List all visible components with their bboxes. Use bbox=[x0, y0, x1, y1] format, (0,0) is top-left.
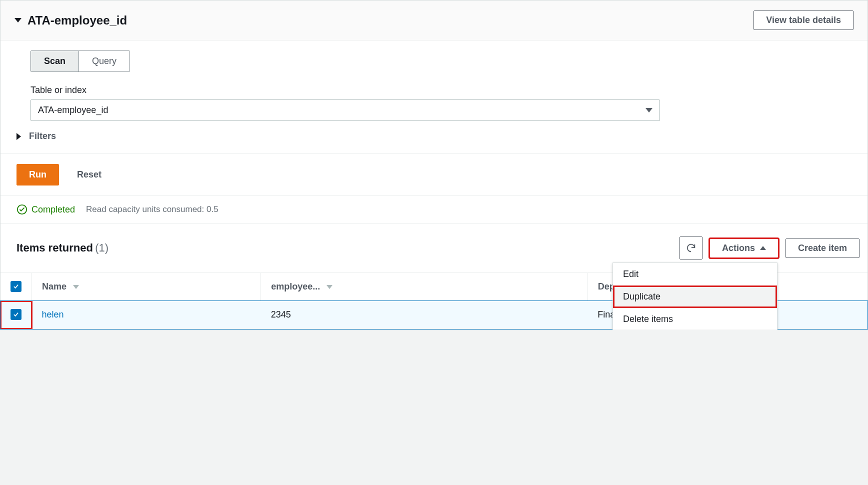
actions-dropdown: Edit Duplicate Delete items Download sel… bbox=[612, 262, 778, 330]
select-all-checkbox[interactable] bbox=[10, 281, 22, 292]
items-title-group: Items returned (1) bbox=[16, 242, 108, 254]
run-row: Run Reset bbox=[0, 154, 868, 196]
cell-employee: 2345 bbox=[261, 301, 588, 329]
col-name-label: Name bbox=[42, 282, 66, 292]
tab-scan[interactable]: Scan bbox=[31, 51, 79, 72]
dropdown-delete[interactable]: Delete items bbox=[613, 308, 777, 330]
refresh-icon bbox=[686, 242, 696, 254]
col-employee-label: employee... bbox=[271, 282, 320, 292]
filters-row: Filters bbox=[0, 121, 868, 154]
col-employee[interactable]: employee... bbox=[261, 273, 588, 301]
table-or-index-value: ATA-employee_id bbox=[38, 105, 108, 116]
row-checkbox[interactable] bbox=[10, 309, 22, 320]
row-name-link[interactable]: helen bbox=[42, 310, 64, 320]
check-circle-icon bbox=[16, 204, 28, 215]
view-table-details-label: View table details bbox=[766, 15, 841, 26]
table-or-index-label: Table or index bbox=[30, 85, 838, 96]
items-count: (1) bbox=[95, 242, 108, 254]
main-panel: ATA-employee_id View table details Scan … bbox=[0, 0, 868, 330]
scan-query-tabs: Scan Query bbox=[30, 50, 130, 72]
sort-caret-icon bbox=[73, 285, 79, 289]
panel-header: ATA-employee_id View table details bbox=[0, 0, 868, 40]
filters-label[interactable]: Filters bbox=[29, 131, 56, 142]
scan-query-section: Scan Query Table or index ATA-employee_i… bbox=[0, 40, 868, 121]
dropdown-edit[interactable]: Edit bbox=[613, 263, 777, 286]
dropdown-duplicate[interactable]: Duplicate bbox=[613, 286, 777, 308]
table-name-title: ATA-employee_id bbox=[28, 14, 127, 28]
create-item-label: Create item bbox=[798, 243, 847, 254]
status-meta: Read capacity units consumed: 0.5 bbox=[86, 204, 218, 214]
items-title: Items returned bbox=[16, 242, 93, 254]
dropdown-caret-icon bbox=[646, 108, 652, 112]
create-item-button[interactable]: Create item bbox=[786, 238, 860, 258]
items-header: Items returned (1) Actions Create item E… bbox=[0, 224, 868, 272]
row-checkbox-cell[interactable] bbox=[0, 301, 32, 329]
status-text: Completed bbox=[32, 204, 75, 215]
select-all-header[interactable] bbox=[0, 273, 32, 301]
actions-label: Actions bbox=[722, 243, 755, 254]
col-name[interactable]: Name bbox=[32, 273, 261, 301]
reset-button[interactable]: Reset bbox=[77, 170, 102, 180]
sort-caret-icon bbox=[326, 285, 332, 289]
cell-name: helen bbox=[32, 301, 261, 329]
collapse-toggle-icon[interactable] bbox=[14, 18, 22, 22]
table-or-index-select[interactable]: ATA-employee_id bbox=[30, 100, 660, 121]
run-button[interactable]: Run bbox=[16, 164, 59, 186]
status-row: Completed Read capacity units consumed: … bbox=[0, 196, 868, 224]
items-actions: Actions Create item Edit Duplicate Delet… bbox=[680, 236, 860, 260]
actions-button[interactable]: Actions bbox=[710, 238, 778, 258]
refresh-button[interactable] bbox=[680, 236, 702, 260]
filters-expand-icon[interactable] bbox=[16, 133, 21, 140]
status-completed: Completed bbox=[16, 204, 75, 215]
caret-up-icon bbox=[760, 246, 766, 250]
view-table-details-button[interactable]: View table details bbox=[754, 10, 854, 30]
tab-query[interactable]: Query bbox=[79, 51, 130, 72]
